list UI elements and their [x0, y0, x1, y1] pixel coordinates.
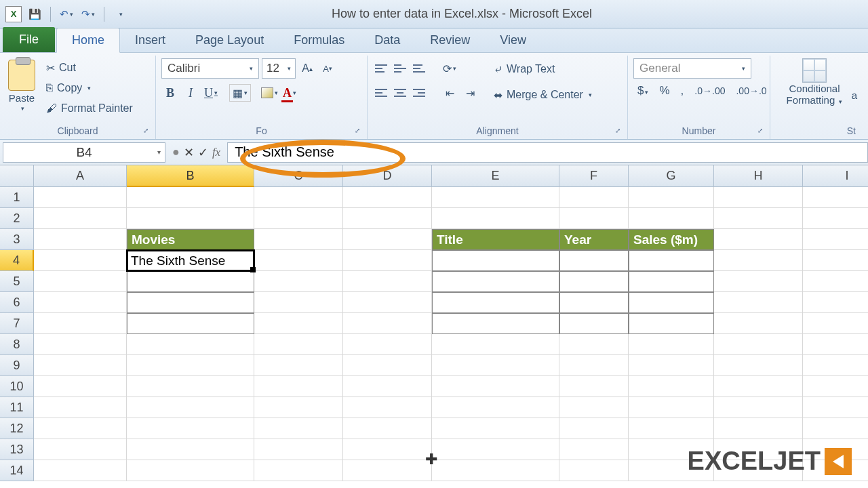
row-header-3[interactable]: 3 — [0, 229, 34, 250]
row-header-4[interactable]: 4 — [0, 250, 34, 271]
font-name-combo[interactable]: Calibri▾ — [161, 58, 259, 79]
merge-center-button[interactable]: ⬌ Merge & Center ▾ — [491, 85, 595, 104]
tab-insert[interactable]: Insert — [120, 28, 180, 52]
comma-icon[interactable]: , — [677, 84, 688, 98]
tab-page-layout[interactable]: Page Layout — [180, 28, 279, 52]
tab-file[interactable]: File — [3, 27, 55, 52]
format-painter-button[interactable]: 🖌 Format Painter — [43, 99, 136, 118]
tab-data[interactable]: Data — [359, 28, 415, 52]
increase-indent-icon[interactable]: ⇥ — [461, 84, 479, 102]
cell-E3[interactable]: Title — [432, 229, 559, 250]
cell-B5[interactable] — [127, 271, 254, 292]
redo-icon[interactable]: ↷▾ — [79, 5, 97, 23]
cell-E5[interactable] — [432, 271, 559, 292]
cell-G4[interactable] — [629, 250, 714, 271]
tab-review[interactable]: Review — [415, 28, 485, 52]
cell-F4[interactable] — [559, 250, 629, 271]
percent-icon[interactable]: % — [655, 84, 673, 98]
align-right-icon[interactable] — [411, 85, 427, 100]
undo-icon[interactable]: ↶▾ — [58, 5, 75, 23]
col-header-H[interactable]: H — [714, 165, 803, 187]
col-header-I[interactable]: I — [803, 165, 868, 187]
align-bottom-icon[interactable] — [411, 61, 427, 76]
row-header-1[interactable]: 1 — [0, 187, 34, 208]
col-header-E[interactable]: E — [432, 165, 559, 187]
row-header-5[interactable]: 5 — [0, 271, 34, 292]
col-header-B[interactable]: B — [127, 165, 254, 187]
cell-F6[interactable] — [559, 292, 629, 313]
row-header-11[interactable]: 11 — [0, 397, 34, 418]
orientation-icon[interactable]: ⟳▾ — [441, 60, 458, 77]
col-header-D[interactable]: D — [343, 165, 432, 187]
col-header-C[interactable]: C — [254, 165, 343, 187]
cell-F3[interactable]: Year — [559, 229, 629, 250]
cell-F5[interactable] — [559, 271, 629, 292]
wrap-text-button[interactable]: ⤶ Wrap Text — [491, 60, 595, 79]
number-format-combo[interactable]: General▾ — [633, 58, 751, 79]
row-header-13[interactable]: 13 — [0, 439, 34, 460]
fill-color-button[interactable]: ▾ — [260, 84, 278, 102]
accept-icon[interactable]: ✓ — [198, 145, 208, 160]
italic-button[interactable]: I — [182, 84, 199, 102]
cell-B7[interactable] — [127, 313, 254, 334]
cell-G7[interactable] — [629, 313, 714, 334]
cell-E7[interactable] — [432, 313, 559, 334]
formula-input[interactable] — [235, 144, 861, 160]
alignment-dialog-launcher[interactable]: ⤢ — [615, 127, 625, 136]
customize-qat-icon[interactable]: ▾ — [111, 5, 129, 23]
cell-G3[interactable]: Sales ($m) — [629, 229, 714, 250]
excel-icon[interactable]: X — [5, 6, 22, 22]
cell-E6[interactable] — [432, 292, 559, 313]
cell-B3[interactable]: Movies — [127, 229, 254, 250]
select-all-corner[interactable] — [0, 165, 34, 187]
tab-home[interactable]: Home — [56, 28, 120, 53]
cancel-edit-icon[interactable]: ● — [172, 145, 180, 159]
name-box[interactable]: B4 ▾ — [3, 142, 165, 163]
col-header-F[interactable]: F — [559, 165, 629, 187]
active-cell[interactable]: The Sixth Sense — [126, 249, 255, 272]
shrink-font-icon[interactable]: A▾ — [319, 60, 336, 77]
decrease-indent-icon[interactable]: ⇤ — [441, 84, 458, 102]
worksheet-grid[interactable]: 1234567891011121314 ABCDEFGHI MoviesTitl… — [0, 165, 868, 488]
align-middle-icon[interactable] — [392, 61, 408, 76]
copy-button[interactable]: ⎘ Copy ▾ — [43, 79, 136, 98]
row-header-7[interactable]: 7 — [0, 313, 34, 334]
font-dialog-launcher[interactable]: ⤢ — [355, 127, 364, 136]
cancel-icon[interactable]: ✕ — [184, 145, 194, 160]
cell-G6[interactable] — [629, 292, 714, 313]
clipboard-dialog-launcher[interactable]: ⤢ — [143, 127, 153, 136]
cell-E4[interactable] — [432, 250, 559, 271]
row-header-6[interactable]: 6 — [0, 292, 34, 313]
increase-decimal-icon[interactable]: .0→.00 — [690, 85, 729, 96]
row-header-9[interactable]: 9 — [0, 355, 34, 376]
bold-button[interactable]: B — [161, 84, 179, 102]
row-header-8[interactable]: 8 — [0, 334, 34, 355]
font-color-button[interactable]: A▾ — [281, 84, 298, 102]
grow-font-icon[interactable]: A▴ — [298, 60, 316, 77]
align-left-icon[interactable] — [373, 85, 389, 100]
cell-B6[interactable] — [127, 292, 254, 313]
row-header-14[interactable]: 14 — [0, 460, 34, 481]
borders-button[interactable]: ▦▾ — [229, 84, 251, 102]
align-center-icon[interactable] — [392, 85, 408, 100]
underline-button[interactable]: U▾ — [202, 84, 220, 102]
align-top-icon[interactable] — [373, 61, 389, 76]
tab-formulas[interactable]: Formulas — [279, 28, 359, 52]
col-header-G[interactable]: G — [629, 165, 714, 187]
conditional-formatting-button[interactable]: Conditional Formatting ▾ — [774, 57, 854, 107]
row-header-10[interactable]: 10 — [0, 376, 34, 397]
fx-icon[interactable]: fx — [212, 146, 220, 159]
row-header-2[interactable]: 2 — [0, 208, 34, 229]
tab-view[interactable]: View — [485, 28, 541, 52]
font-size-combo[interactable]: 12▾ — [262, 58, 296, 79]
paste-button[interactable]: Paste ▾ — [4, 57, 39, 115]
number-dialog-launcher[interactable]: ⤢ — [757, 127, 767, 136]
formula-bar[interactable] — [227, 142, 868, 163]
cell-F7[interactable] — [559, 313, 629, 334]
fill-handle[interactable] — [250, 267, 256, 272]
currency-icon[interactable]: $▾ — [633, 84, 652, 98]
cell-G5[interactable] — [629, 271, 714, 292]
col-header-A[interactable]: A — [34, 165, 127, 187]
row-header-12[interactable]: 12 — [0, 418, 34, 439]
save-icon[interactable]: 💾 — [26, 5, 43, 23]
